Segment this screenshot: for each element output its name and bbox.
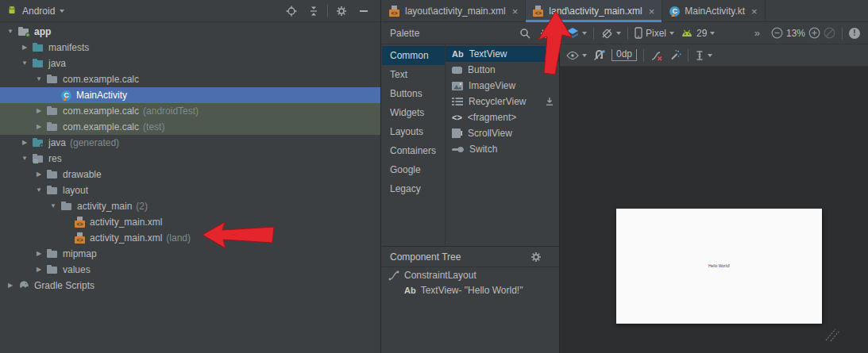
palette-category-layouts[interactable]: Layouts — [382, 122, 445, 141]
chevron-down-icon[interactable] — [60, 10, 64, 13]
palette-item-fragment[interactable]: <> <fragment> — [446, 109, 559, 125]
phone-icon — [635, 27, 642, 39]
expand-chevron[interactable] — [33, 167, 44, 182]
package-folder-icon — [46, 105, 59, 117]
component-tree-panel: Component Tree ConstraintLayout Ab TextV… — [382, 246, 560, 353]
tree-item-res[interactable]: res — [0, 151, 380, 167]
clear-constraints-button[interactable] — [650, 50, 663, 61]
device-name: Pixel — [646, 28, 666, 39]
project-view-selector[interactable]: Android — [22, 6, 55, 17]
chevron-down-icon — [582, 32, 587, 35]
expand-chevron[interactable] — [33, 103, 44, 119]
tree-item-layout[interactable]: layout — [0, 182, 380, 198]
autoconnect-toggle[interactable] — [593, 49, 605, 61]
close-icon[interactable]: × — [512, 6, 519, 17]
expand-chevron[interactable] — [19, 135, 30, 151]
expand-chevron[interactable] — [5, 24, 16, 40]
design-canvas-area[interactable]: Hello World! — [560, 67, 868, 353]
project-settings-button[interactable] — [333, 2, 350, 20]
locate-file-button[interactable] — [283, 2, 300, 20]
default-margin-field[interactable]: 0dp — [611, 49, 637, 61]
tab-label: MainActivity.kt — [685, 6, 745, 17]
textview-icon: Ab — [404, 286, 416, 295]
design-surface-panel: Pixel 29 » — [560, 22, 868, 353]
package-folder-icon — [46, 73, 59, 86]
expand-chevron[interactable] — [33, 262, 44, 278]
tree-item-values[interactable]: values — [0, 262, 380, 278]
folder-icon — [46, 184, 59, 197]
tree-item-java-generated[interactable]: java (generated) — [0, 135, 380, 151]
module-dot — [25, 33, 30, 37]
tree-item-package-androidtest[interactable]: com.example.calc (androidTest) — [0, 103, 380, 119]
component-tree-title: Component Tree — [390, 251, 461, 263]
tree-item-activity-main-xml-land[interactable]: activity_main.xml (land) — [0, 230, 380, 246]
tab-layout-activity-main-xml[interactable]: layout\activity_main.xml × — [382, 0, 526, 22]
project-panel-header: Android — [0, 0, 380, 22]
palette-category-google[interactable]: Google — [382, 160, 445, 179]
api-level-selector[interactable]: 29 — [681, 28, 715, 39]
component-tree-item-constraintlayout[interactable]: ConstraintLayout — [382, 267, 559, 282]
tree-item-activity-main-group[interactable]: activity_main (2) — [0, 198, 380, 214]
device-preview-canvas[interactable]: Hello World! — [616, 209, 822, 324]
api-level: 29 — [696, 28, 707, 39]
tree-item-drawable[interactable]: drawable — [0, 167, 380, 182]
palette-search-button[interactable] — [519, 28, 530, 39]
close-icon[interactable]: × — [649, 6, 655, 17]
tree-item-gradle-scripts[interactable]: Gradle Scripts — [0, 278, 380, 294]
errors-panel-toggle[interactable]: ! — [849, 28, 860, 39]
switch-icon — [452, 146, 464, 153]
chevron-down-icon — [616, 32, 621, 35]
tree-item-java[interactable]: java — [0, 56, 380, 71]
generated-folder-icon — [32, 136, 44, 149]
expand-chevron[interactable] — [19, 56, 30, 71]
source-folder-icon — [32, 57, 44, 70]
tree-item-package-test[interactable]: com.example.calc (test) — [0, 119, 380, 135]
tree-item-mainactivity[interactable]: MainActivity — [0, 87, 380, 103]
palette-category-buttons[interactable]: Buttons — [382, 84, 445, 103]
collapse-all-button[interactable] — [305, 2, 322, 20]
palette-item-recyclerview[interactable]: RecyclerView — [446, 94, 559, 109]
expand-chevron[interactable] — [19, 151, 30, 167]
palette-item-switch[interactable]: Switch — [446, 141, 559, 157]
expand-chevron[interactable] — [48, 198, 59, 214]
tree-item-manifests[interactable]: manifests — [0, 40, 380, 56]
palette-category-common[interactable]: Common — [382, 46, 445, 65]
res-badge — [33, 159, 38, 163]
palette-category-text[interactable]: Text — [382, 65, 445, 84]
download-icon[interactable] — [545, 97, 554, 106]
palette-category-legacy[interactable]: Legacy — [382, 179, 445, 198]
expand-chevron[interactable] — [33, 246, 44, 262]
toolbar-overflow-button[interactable]: » — [754, 27, 760, 39]
expand-chevron[interactable] — [33, 119, 44, 135]
expand-chevron[interactable] — [33, 71, 44, 87]
palette-item-imageview[interactable]: ImageView — [446, 78, 559, 94]
tree-item-package[interactable]: com.example.calc — [0, 71, 380, 87]
expand-chevron[interactable] — [5, 278, 16, 294]
expand-chevron[interactable] — [19, 40, 30, 56]
expand-chevron[interactable] — [33, 182, 44, 198]
imageview-icon — [452, 82, 463, 90]
infer-constraints-button[interactable] — [669, 49, 681, 61]
zoom-percentage: 13% — [786, 28, 805, 39]
canvas-resize-handle[interactable] — [824, 326, 842, 342]
palette-item-scrollview[interactable]: ScrollView — [446, 125, 559, 141]
component-tree-item-textview[interactable]: Ab TextView- "Hello World!" — [382, 282, 559, 297]
tab-mainactivity-kt[interactable]: MainActivity.kt × — [662, 0, 765, 22]
res-folder-icon — [32, 152, 44, 165]
zoom-to-fit-button[interactable] — [824, 27, 835, 39]
hide-panel-button[interactable] — [355, 2, 372, 20]
device-selector[interactable]: Pixel — [635, 27, 674, 39]
palette-category-containers[interactable]: Containers — [382, 141, 445, 160]
tree-item-activity-main-xml[interactable]: activity_main.xml — [0, 214, 380, 230]
orientation-selector[interactable] — [600, 27, 621, 40]
zoom-in-button[interactable] — [808, 27, 820, 39]
palette-category-widgets[interactable]: Widgets — [382, 103, 445, 122]
tree-item-app[interactable]: app — [0, 24, 380, 40]
folder-icon — [60, 200, 73, 213]
component-tree-settings-button[interactable] — [530, 251, 542, 263]
close-icon[interactable]: × — [751, 6, 758, 17]
pack-margins-selector[interactable] — [695, 50, 712, 61]
vertical-distribute-icon — [695, 50, 704, 61]
zoom-out-button[interactable] — [771, 27, 783, 39]
tree-item-mipmap[interactable]: mipmap — [0, 246, 380, 262]
